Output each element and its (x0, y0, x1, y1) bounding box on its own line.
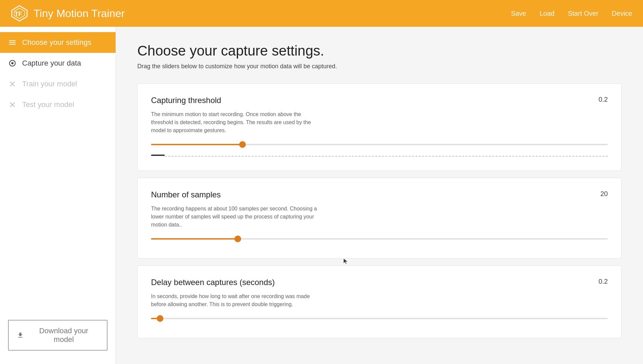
samples-thumb[interactable] (234, 236, 241, 242)
card-header-threshold: Capturing threshold 0.2 (151, 96, 608, 105)
save-link[interactable]: Save (511, 10, 526, 17)
sidebar-item-train: Train your model (0, 74, 116, 94)
app-header: TF Tiny Motion Trainer Save Load Start O… (0, 0, 643, 27)
download-label: Download your model (29, 327, 99, 344)
settings-icon (8, 38, 17, 47)
threshold-dashed-line (165, 156, 608, 157)
samples-card: Number of samples 20 The recording happe… (137, 178, 622, 259)
header-left: TF Tiny Motion Trainer (11, 5, 125, 22)
sidebar: Choose your settings Capture your data T… (0, 27, 116, 364)
device-link[interactable]: Device (612, 10, 632, 17)
samples-value: 20 (594, 190, 608, 198)
download-icon (17, 332, 24, 339)
sidebar-item-test: Test your model (0, 94, 116, 115)
sidebar-test-label: Test your model (22, 100, 74, 109)
threshold-desc: The minimum motion to start recording. O… (151, 110, 318, 134)
delay-value: 0.2 (594, 278, 608, 285)
delay-title: Delay between captures (seconds) (151, 278, 275, 287)
test-icon (8, 100, 17, 109)
tensorflow-logo: TF (11, 5, 28, 22)
load-link[interactable]: Load (540, 10, 555, 17)
page-subtitle: Drag the sliders below to customize how … (137, 63, 622, 70)
main-content: Choose your capture settings. Drag the s… (116, 27, 643, 364)
start-over-link[interactable]: Start Over (568, 10, 598, 17)
sidebar-item-capture[interactable]: Capture your data (0, 53, 116, 74)
threshold-track-wrapper (151, 144, 608, 152)
svg-text:TF: TF (14, 10, 22, 17)
sidebar-capture-label: Capture your data (22, 59, 81, 68)
threshold-slider-row (151, 144, 608, 159)
card-header-samples: Number of samples 20 (151, 190, 608, 199)
page-title: Choose your capture settings. (137, 43, 622, 59)
svg-point-4 (11, 62, 14, 65)
delay-desc: In seconds, provide how long to wait aft… (151, 292, 318, 308)
samples-slider-row (151, 238, 608, 246)
delay-card: Delay between captures (seconds) 0.2 In … (137, 265, 622, 338)
threshold-title: Capturing threshold (151, 96, 221, 105)
delay-slider-row (151, 318, 608, 326)
samples-desc: The recording happens at about 100 sampl… (151, 205, 318, 229)
samples-title: Number of samples (151, 190, 221, 199)
threshold-thumb[interactable] (239, 141, 246, 148)
samples-fill (151, 238, 238, 240)
threshold-track (151, 144, 608, 145)
threshold-dashed-wrapper (151, 155, 608, 159)
samples-track-wrapper (151, 238, 608, 246)
delay-track (151, 318, 608, 319)
sidebar-item-settings[interactable]: Choose your settings (0, 32, 116, 53)
threshold-fill (151, 144, 242, 145)
main-layout: Choose your settings Capture your data T… (0, 27, 643, 364)
download-button[interactable]: Download your model (8, 320, 108, 351)
threshold-value: 0.2 (594, 96, 608, 103)
header-nav: Save Load Start Over Device (511, 10, 632, 17)
train-icon (8, 80, 17, 88)
sidebar-settings-label: Choose your settings (22, 38, 91, 47)
app-title: Tiny Motion Trainer (33, 7, 125, 20)
capturing-threshold-card: Capturing threshold 0.2 The minimum moti… (137, 83, 622, 171)
sidebar-train-label: Train your model (22, 80, 77, 88)
card-header-delay: Delay between captures (seconds) 0.2 (151, 278, 608, 287)
capture-icon (8, 59, 17, 68)
samples-track (151, 238, 608, 240)
threshold-dashed-left (151, 155, 165, 156)
delay-track-wrapper (151, 318, 608, 326)
delay-thumb[interactable] (157, 315, 163, 322)
